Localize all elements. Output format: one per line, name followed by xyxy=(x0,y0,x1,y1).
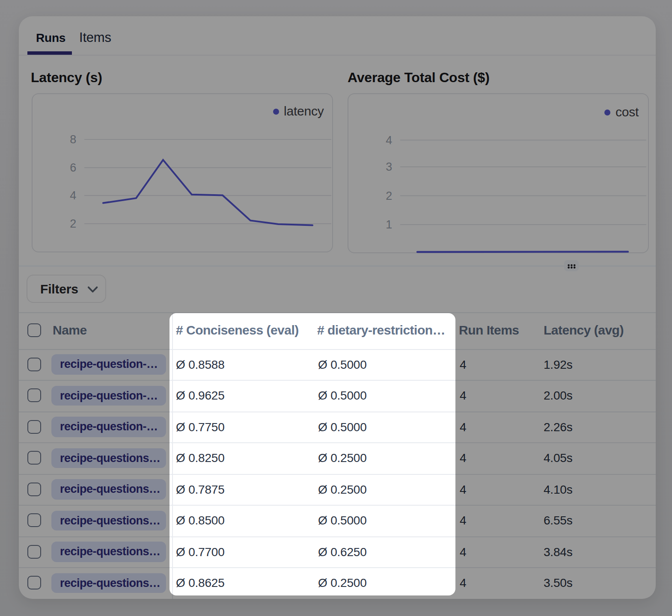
svg-text:4: 4 xyxy=(386,134,392,147)
svg-text:2: 2 xyxy=(70,217,76,230)
svg-text:4: 4 xyxy=(70,189,76,202)
svg-text:3: 3 xyxy=(386,160,392,173)
svg-text:8: 8 xyxy=(70,133,76,146)
svg-text:6: 6 xyxy=(70,161,76,174)
svg-text:2: 2 xyxy=(386,190,392,202)
svg-text:1: 1 xyxy=(386,218,392,231)
